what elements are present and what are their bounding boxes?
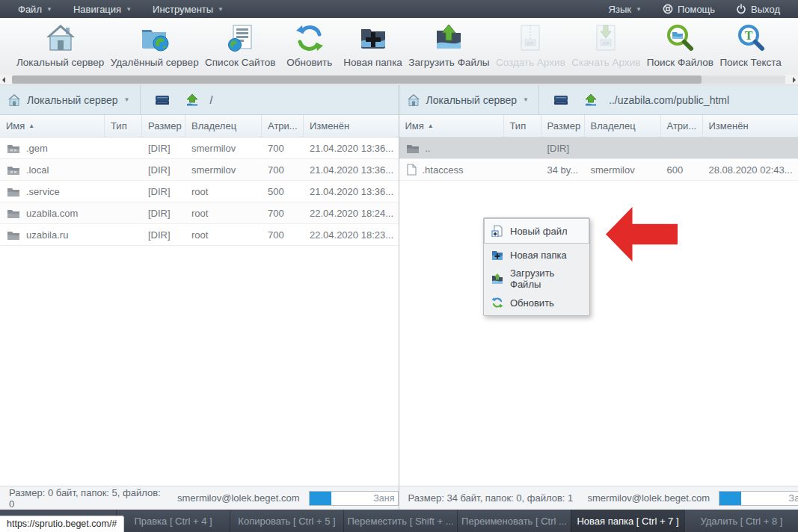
toolbar-upload-files[interactable]: Загрузить Файлы	[408, 22, 489, 68]
file-name: uzabila.com	[26, 208, 78, 219]
toolbar-label: Локальный сервер	[16, 57, 104, 68]
up-directory-icon[interactable]	[181, 93, 203, 107]
toolbar-scrollbar[interactable]	[0, 75, 798, 85]
file-owner: root	[185, 208, 262, 219]
column-size[interactable]: Размер	[142, 115, 185, 137]
right-status-summary: Размер: 34 байт, папок: 0, файлов: 1	[408, 492, 574, 504]
menu-logout-label: Выход	[751, 4, 780, 15]
table-row[interactable]: .. [DIR]	[399, 137, 798, 159]
column-label: Изменён	[709, 120, 749, 132]
file-size: 34 by...	[541, 164, 585, 176]
quota-label: Зан	[789, 492, 798, 505]
table-row[interactable]: uzabila.ru [DIR] root 700 22.04.2020 18:…	[0, 224, 399, 246]
file-panels: Локальный сервер ▼ / Имя ▲ Тип Размер Вл…	[0, 85, 798, 510]
folder-icon	[7, 164, 20, 175]
column-modified[interactable]: Изменён	[703, 115, 798, 137]
column-attrs[interactable]: Атри...	[262, 115, 304, 137]
context-menu-new-file[interactable]: Новый файл	[485, 219, 589, 243]
toolbar-remote-server[interactable]: Удалённый сервер	[111, 22, 199, 68]
chevron-down-icon: ▼	[523, 96, 529, 103]
toolbar-new-folder[interactable]: Новая папка	[343, 22, 402, 68]
menu-help[interactable]: Помощь	[652, 0, 725, 18]
table-row[interactable]: .gem [DIR] smermilov 700 21.04.2020 13:3…	[0, 137, 399, 159]
file-owner: smermilov	[185, 164, 262, 176]
func-new-folder[interactable]: Новая папка [ Ctrl + 7 ]	[571, 510, 684, 532]
toolbar-search-text[interactable]: T Поиск Текста	[719, 22, 782, 68]
file-attrs: 700	[262, 229, 304, 241]
file-size: [DIR]	[142, 186, 185, 197]
context-item-label: Обновить	[510, 297, 554, 309]
func-move[interactable]: Переместить [ Shift + ...	[343, 510, 457, 532]
toolbar-local-server[interactable]: Локальный сервер	[16, 22, 104, 68]
menu-logout[interactable]: Выход	[725, 0, 791, 18]
file-modified: 21.04.2020 13:36...	[304, 143, 399, 154]
column-type[interactable]: Тип	[504, 115, 541, 137]
scroll-right-icon[interactable]	[793, 77, 796, 83]
toolbar-search-files[interactable]: Поиск Файлов	[647, 22, 713, 68]
column-owner[interactable]: Владелец	[585, 115, 661, 137]
menu-navigation[interactable]: Навигация ▼	[63, 0, 142, 18]
toolbar-label: Удалённый сервер	[111, 57, 199, 68]
column-name[interactable]: Имя ▲	[0, 115, 105, 137]
hdd-icon[interactable]	[549, 94, 573, 106]
column-name[interactable]: Имя ▲	[399, 115, 504, 137]
column-label: Имя	[405, 120, 424, 132]
context-menu-refresh[interactable]: Обновить	[485, 291, 589, 315]
file-size: [DIR]	[142, 164, 185, 176]
left-path: /	[210, 94, 213, 106]
func-copy[interactable]: Копировать [ Ctrl + 5 ]	[230, 510, 343, 532]
left-file-list: .gem [DIR] smermilov 700 21.04.2020 13:3…	[0, 137, 399, 486]
column-label: Тип	[111, 120, 127, 132]
func-edit[interactable]: Правка [ Ctrl + 4 ]	[116, 510, 230, 532]
column-label: Атри...	[268, 120, 298, 132]
toolbar-label: Загрузить Файлы	[408, 57, 489, 68]
svg-text:ZIP: ZIP	[527, 41, 534, 46]
table-row[interactable]: .local [DIR] smermilov 700 21.04.2020 13…	[0, 159, 399, 181]
menu-language[interactable]: Язык ▼	[598, 0, 652, 18]
menu-file[interactable]: Файл ▼	[7, 0, 63, 18]
site-list-icon	[225, 22, 255, 55]
file-attrs: 700	[262, 164, 304, 176]
toolbar-refresh[interactable]: Обновить	[282, 22, 337, 68]
menu-tools-label: Инструменты	[153, 4, 213, 15]
toolbar-label: Новая папка	[343, 57, 402, 68]
chevron-down-icon: ▼	[636, 6, 642, 13]
column-type[interactable]: Тип	[105, 115, 142, 137]
context-menu-new-folder[interactable]: Новая папка	[485, 243, 589, 267]
left-server-name: Локальный сервер	[27, 94, 118, 106]
file-owner: root	[185, 229, 262, 241]
refresh-icon	[295, 22, 325, 55]
left-status-summary: Размер: 0 байт, папок: 5, файлов: 0	[9, 487, 168, 510]
file-modified: 21.04.2020 13:36...	[304, 186, 399, 197]
toolbar-site-list[interactable]: Список Сайтов	[205, 22, 275, 68]
table-row[interactable]: uzabila.com [DIR] root 700 22.04.2020 18…	[0, 202, 399, 224]
context-menu-upload-files[interactable]: Загрузить Файлы	[485, 267, 589, 291]
scrollbar-track[interactable]	[702, 75, 785, 84]
func-delete[interactable]: Удалить [ Ctrl + 8 ]	[684, 510, 798, 532]
column-size[interactable]: Размер	[541, 115, 585, 137]
scroll-left-icon[interactable]	[2, 77, 5, 83]
column-attrs[interactable]: Атри...	[661, 115, 703, 137]
file-owner: smermilov	[185, 143, 262, 154]
menu-tools[interactable]: Инструменты ▼	[142, 0, 234, 18]
chevron-down-icon: ▼	[124, 96, 130, 103]
right-server-select[interactable]: Локальный сервер ▼	[407, 93, 530, 107]
new-file-icon	[491, 225, 503, 237]
scrollbar-thumb[interactable]	[12, 75, 702, 84]
file-name: .service	[26, 186, 60, 197]
quota-label: Заня	[373, 492, 394, 505]
table-row[interactable]: .htaccess 34 by... smermilov 600 28.08.2…	[399, 159, 798, 181]
file-name: .gem	[26, 143, 48, 154]
table-row[interactable]: .service [DIR] root 500 21.04.2020 13:36…	[0, 181, 399, 202]
column-modified[interactable]: Изменён	[304, 115, 399, 137]
up-directory-icon[interactable]	[580, 93, 602, 107]
func-label: Правка [ Ctrl + 4 ]	[134, 516, 212, 527]
func-rename[interactable]: Переименовать [ Ctrl ...	[457, 510, 571, 532]
column-label: Размер	[547, 120, 581, 132]
func-label: Копировать [ Ctrl + 5 ]	[238, 516, 335, 527]
hdd-icon[interactable]	[150, 94, 174, 106]
help-icon	[663, 4, 673, 14]
column-owner[interactable]: Владелец	[185, 115, 262, 137]
chevron-down-icon: ▼	[126, 6, 132, 13]
left-server-select[interactable]: Локальный сервер ▼	[7, 93, 130, 107]
